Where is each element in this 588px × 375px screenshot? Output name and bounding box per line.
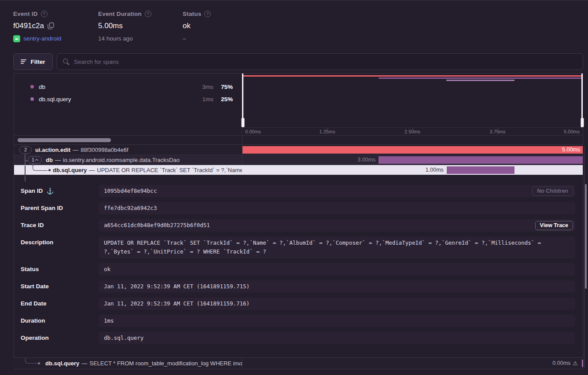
- detail-row-span-id: Span ID⚓ 1095bd4ef8e94bcc No Children: [21, 185, 575, 197]
- separator: —: [73, 147, 78, 153]
- span-duration: 1.00ms: [426, 165, 444, 175]
- vertical-scrollbar[interactable]: [585, 184, 587, 289]
- tree-guide-line: [25, 166, 26, 176]
- status-block: Status ? ok –: [183, 10, 211, 42]
- help-icon[interactable]: ?: [145, 11, 151, 17]
- span-description: io.sentry.android.roomsample.data.Tracks…: [63, 157, 180, 163]
- operation-value: db.sql.query: [99, 332, 575, 344]
- detail-row-duration: Duration 1ms: [21, 315, 575, 327]
- help-icon[interactable]: ?: [41, 11, 48, 17]
- trace-id-value: a654cc61dc0b48ef9d0b27275b6f0d51 View Tr…: [99, 219, 575, 232]
- time-axis: 0.00ms 1.25ms 2.50ms 3.75ms 5.00ms: [242, 127, 583, 135]
- op-duration: 3ms: [193, 84, 213, 90]
- end-date-value: Jan 11, 2022 9:52:39 AM CET (1641891159.…: [99, 298, 575, 310]
- detail-row-end-date: End Date Jan 11, 2022 9:52:39 AM CET (16…: [21, 298, 575, 310]
- detail-row-operation: Operation db.sql.query: [21, 332, 575, 344]
- view-trace-button[interactable]: View Trace: [535, 221, 573, 230]
- leaf-dot: [38, 362, 40, 364]
- span-waterfall: 2 ui.action.edit — 88f300998a0b4e6f 5.00…: [14, 145, 583, 175]
- separator: —: [89, 167, 95, 173]
- span-toolbar: Filter: [13, 53, 583, 70]
- span-duration: 5.00ms: [562, 145, 580, 155]
- op-percent: 75%: [213, 84, 233, 90]
- leaf-dot: [48, 169, 51, 171]
- span-description: 88f300998a0b4e6f: [81, 147, 128, 153]
- filter-button-label: Filter: [30, 59, 45, 65]
- event-id-block: Event ID ? f0491c2a sentry-android: [13, 10, 61, 42]
- trace-end-line: [584, 146, 584, 368]
- span-details: Span ID⚓ 1095bd4ef8e94bcc No Children Pa…: [21, 177, 575, 349]
- tree-scroll-strip: [14, 136, 583, 145]
- span-op: ui.action.edit: [35, 147, 70, 153]
- detail-label: Start Date: [21, 283, 49, 290]
- copy-icon[interactable]: [48, 22, 54, 29]
- status-value: ok: [99, 263, 575, 276]
- horizontal-scrollbar[interactable]: [18, 138, 111, 142]
- span-op: db.sql.query: [45, 360, 79, 367]
- anchor-icon[interactable]: ⚓: [46, 188, 54, 195]
- event-age: 14 hours ago: [98, 35, 133, 42]
- overview-section: db 3ms 75% db.sql.query 1ms 25% 0.00ms 1…: [14, 74, 583, 136]
- status-sub: –: [183, 35, 186, 42]
- chevron-up-icon: [35, 158, 38, 162]
- span-row-db-sql-query-selected[interactable]: db.sql.query — UPDATE OR REPLACE `Track`…: [14, 165, 583, 175]
- span-op: db: [46, 157, 53, 163]
- axis-tick: 3.75ms: [489, 129, 505, 134]
- detail-label: Span ID: [21, 188, 43, 194]
- span-id-value: 1095bd4ef8e94bcc No Children: [99, 185, 575, 197]
- search-icon: [63, 59, 70, 65]
- span-op: db.sql.query: [53, 167, 87, 173]
- separator: —: [55, 157, 61, 163]
- detail-label: End Date: [21, 300, 47, 307]
- android-icon: [13, 35, 20, 42]
- op-breakdown-row-db[interactable]: db 3ms 75%: [14, 81, 242, 93]
- span-bar[interactable]: [379, 156, 583, 164]
- detail-row-trace-id: Trace ID a654cc61dc0b48ef9d0b27275b6f0d5…: [21, 219, 575, 232]
- span-description: SELECT * FROM room_table_modification_lo…: [89, 360, 242, 367]
- minimap-span-line: [242, 75, 583, 77]
- detail-label: Description: [21, 239, 53, 246]
- search-input[interactable]: [74, 59, 577, 65]
- trace-panel: db 3ms 75% db.sql.query 1ms 25% 0.00ms 1…: [14, 73, 583, 369]
- minimap-span-line: [446, 80, 514, 81]
- event-id-label: Event ID: [13, 11, 38, 17]
- tree-elbow: [33, 166, 48, 171]
- tree-guide-line: [25, 176, 26, 181]
- description-value: UPDATE OR REPLACE `Track` SET `TrackId` …: [99, 236, 575, 258]
- minimap-left-handle[interactable]: [242, 74, 243, 127]
- event-duration-block: Event Duration ? 5.00ms 14 hours ago: [98, 10, 151, 42]
- span-search[interactable]: [57, 53, 583, 70]
- span-description: UPDATE OR REPLACE `Track` SET `TrackId` …: [97, 167, 242, 173]
- trace-minimap[interactable]: 0.00ms 1.25ms 2.50ms 3.75ms 5.00ms: [242, 74, 583, 135]
- event-id-value: f0491c2a: [13, 22, 44, 30]
- op-color-dot: [30, 85, 34, 88]
- status-label: Status: [183, 11, 201, 17]
- op-name: db: [39, 84, 45, 90]
- event-duration-value: 5.00ms: [98, 22, 123, 30]
- span-duration: 3.00ms: [357, 155, 375, 165]
- minimap-right-handle[interactable]: [581, 74, 583, 127]
- axis-tick: 5.00ms: [564, 129, 580, 134]
- op-duration: 1ms: [193, 96, 213, 103]
- filter-button[interactable]: Filter: [13, 53, 53, 70]
- no-children-button: No Children: [532, 187, 573, 196]
- span-bar[interactable]: [447, 166, 515, 174]
- op-name: db.sql.query: [39, 96, 71, 103]
- children-count-badge[interactable]: 2: [19, 146, 32, 154]
- detail-row-status: Status ok: [21, 263, 575, 276]
- op-color-dot: [30, 97, 34, 101]
- help-icon[interactable]: ?: [204, 11, 211, 17]
- span-row-db-sql-query-select[interactable]: db.sql.query — SELECT * FROM room_table_…: [14, 357, 583, 369]
- status-value: ok: [183, 22, 191, 30]
- span-row-db[interactable]: 1 db — io.sentry.android.roomsample.data…: [14, 155, 583, 165]
- op-percent: 25%: [213, 96, 233, 103]
- warning-icon: ⚠: [573, 358, 578, 369]
- start-date-value: Jan 11, 2022 9:52:39 AM CET (1641891159.…: [99, 280, 575, 293]
- children-count-badge[interactable]: 1: [28, 156, 42, 164]
- axis-tick: 0.00ms: [245, 129, 261, 134]
- op-breakdown-row-db-sql-query[interactable]: db.sql.query 1ms 25%: [14, 93, 242, 105]
- span-bar[interactable]: [243, 146, 583, 154]
- project-link[interactable]: sentry-android: [23, 35, 61, 42]
- span-row-ui-action-edit[interactable]: 2 ui.action.edit — 88f300998a0b4e6f 5.00…: [14, 145, 583, 155]
- tree-guide-line: [25, 154, 26, 165]
